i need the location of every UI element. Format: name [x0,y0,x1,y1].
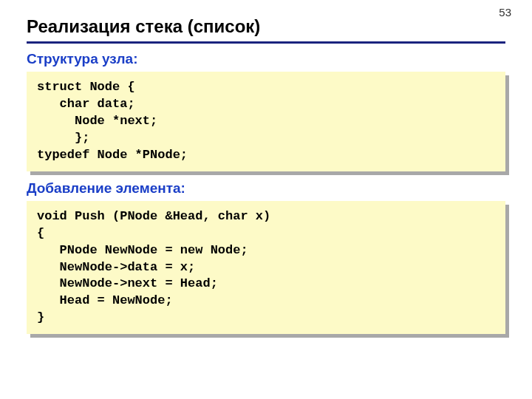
slide-content: Реализация стека (список) Структура узла… [0,0,532,334]
section-label-struct: Структура узла: [27,51,505,67]
code-block-push: void Push (PNode &Head, char x) { PNode … [27,201,505,335]
page-number: 53 [499,6,511,18]
code-block-push-wrapper: void Push (PNode &Head, char x) { PNode … [27,201,505,335]
page-title: Реализация стека (список) [27,16,505,44]
code-block-struct: struct Node { char data; Node *next; }; … [27,72,505,171]
section-label-add: Добавление элемента: [27,180,505,197]
code-block-struct-wrapper: struct Node { char data; Node *next; }; … [27,72,505,171]
